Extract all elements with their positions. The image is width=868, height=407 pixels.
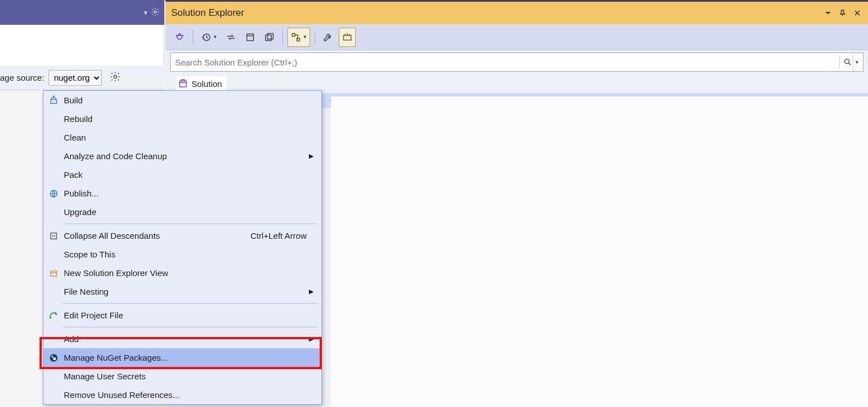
package-source-select[interactable]: nuget.org [49, 70, 102, 86]
gear-icon[interactable] [151, 7, 160, 18]
menu-item-label: Build [64, 95, 307, 105]
toolbar-separator [193, 30, 193, 45]
svg-rect-3 [247, 34, 254, 41]
project-context-menu: BuildRebuildCleanAnalyze and Code Cleanu… [43, 90, 322, 405]
toolbar-separator [282, 30, 283, 45]
menu-item-remove-unused-references[interactable]: Remove Unused References... [43, 386, 321, 404]
search-options-dropdown[interactable]: ▼ [853, 53, 861, 71]
solution-explorer-header: Solution Explorer [165, 2, 868, 24]
menu-item-upgrade[interactable]: Upgrade [43, 203, 321, 221]
menu-item-label: Analyze and Code Cleanup [64, 151, 307, 161]
menu-item-file-nesting[interactable]: File Nesting▶ [43, 282, 321, 301]
close-icon[interactable] [852, 8, 862, 18]
gear-icon[interactable] [106, 71, 121, 84]
wrench-icon[interactable] [320, 28, 337, 47]
svg-rect-8 [343, 35, 351, 40]
menu-item-label: Publish... [64, 189, 307, 198]
window-position-icon[interactable] [823, 8, 833, 18]
menu-item-rebuild[interactable]: Rebuild [43, 110, 321, 128]
build-icon [43, 95, 64, 106]
svg-rect-7 [297, 38, 300, 41]
menu-item-label: Manage NuGet Packages... [64, 353, 307, 362]
menu-item-label: New Solution Explorer View [64, 268, 307, 278]
svg-rect-6 [292, 33, 295, 36]
globe-icon [43, 189, 64, 199]
menu-item-collapse-all-descendants[interactable]: Collapse All DescendantsCtrl+Left Arrow [43, 226, 321, 245]
search-icon[interactable] [839, 55, 853, 69]
menu-item-label: Pack [64, 170, 307, 180]
history-icon[interactable]: ▼ [198, 28, 220, 47]
menu-item-add[interactable]: Add▶ [43, 330, 321, 348]
svg-point-9 [844, 59, 849, 64]
collapse-icon [43, 231, 64, 241]
panel-title: Solution Explorer [171, 7, 818, 19]
menu-separator [63, 327, 318, 327]
menu-item-manage-user-secrets[interactable]: Manage User Secrets [43, 367, 321, 386]
solution-root-label: Solution [191, 79, 222, 89]
svg-rect-11 [51, 99, 57, 103]
svg-rect-4 [265, 34, 271, 40]
menu-item-edit-project-file[interactable]: Edit Project File [43, 306, 321, 325]
svg-point-0 [154, 11, 156, 13]
tab-strip-left: ▼ [0, 0, 164, 25]
menu-item-label: Clean [64, 133, 307, 142]
home-icon[interactable] [171, 28, 188, 47]
menu-item-label: File Nesting [64, 287, 307, 296]
submenu-arrow-icon: ▶ [307, 335, 313, 343]
menu-item-label: Manage User Secrets [64, 371, 307, 381]
chevron-down-icon[interactable]: ▼ [143, 10, 149, 16]
package-source-row: age source: nuget.org [0, 65, 164, 90]
sync-icon[interactable] [223, 28, 239, 47]
menu-item-label: Edit Project File [64, 310, 307, 320]
solution-explorer-search[interactable]: ▼ [170, 52, 863, 72]
editproj-icon [43, 310, 64, 321]
svg-rect-5 [268, 33, 273, 39]
solution-explorer-toolbar: ▼ ▼ [165, 24, 868, 50]
menu-separator [63, 303, 318, 304]
submenu-arrow-icon: ▶ [307, 288, 313, 295]
svg-point-15 [55, 270, 56, 272]
menu-item-label: Scope to This [64, 250, 307, 259]
menu-item-label: Collapse All Descendants [64, 231, 250, 240]
menu-item-label: Remove Unused References... [64, 390, 307, 400]
submenu-arrow-icon: ▶ [307, 152, 313, 160]
svg-point-18 [53, 357, 56, 360]
preview-icon[interactable] [339, 28, 356, 47]
svg-point-1 [114, 75, 117, 78]
menu-item-label: Add [64, 334, 307, 344]
menu-item-clean[interactable]: Clean [43, 128, 321, 147]
menu-item-publish[interactable]: Publish... [43, 184, 321, 203]
menu-item-label: Rebuild [64, 114, 307, 124]
editor-area-blank [331, 97, 868, 407]
tree-view-icon[interactable]: ▼ [287, 28, 310, 47]
menu-separator [63, 224, 318, 224]
menu-item-manage-nuget-packages[interactable]: Manage NuGet Packages... [43, 348, 321, 367]
solution-icon [178, 78, 188, 89]
windows-icon[interactable] [261, 28, 278, 47]
menu-item-build[interactable]: Build [43, 91, 321, 110]
pin-icon[interactable] [838, 8, 848, 18]
menu-item-scope-to-this[interactable]: Scope to This [43, 245, 321, 264]
left-panel-blank [0, 25, 164, 65]
menu-item-pack[interactable]: Pack [43, 165, 321, 184]
toolbar-separator [315, 30, 315, 45]
menu-item-shortcut: Ctrl+Left Arrow [250, 231, 307, 240]
svg-rect-14 [51, 271, 57, 276]
newview-icon [43, 268, 64, 278]
nuget-icon [43, 353, 64, 363]
search-input[interactable] [175, 58, 839, 67]
menu-item-label: Upgrade [64, 207, 307, 217]
menu-item-new-solution-explorer-view[interactable]: New Solution Explorer View [43, 264, 321, 282]
window-icon[interactable] [242, 28, 259, 47]
svg-rect-10 [180, 81, 186, 87]
menu-item-analyze-and-code-cleanup[interactable]: Analyze and Code Cleanup▶ [43, 147, 321, 165]
package-source-label: age source: [0, 73, 44, 82]
svg-point-17 [51, 356, 53, 357]
solution-root-item[interactable]: Solution [177, 76, 226, 91]
